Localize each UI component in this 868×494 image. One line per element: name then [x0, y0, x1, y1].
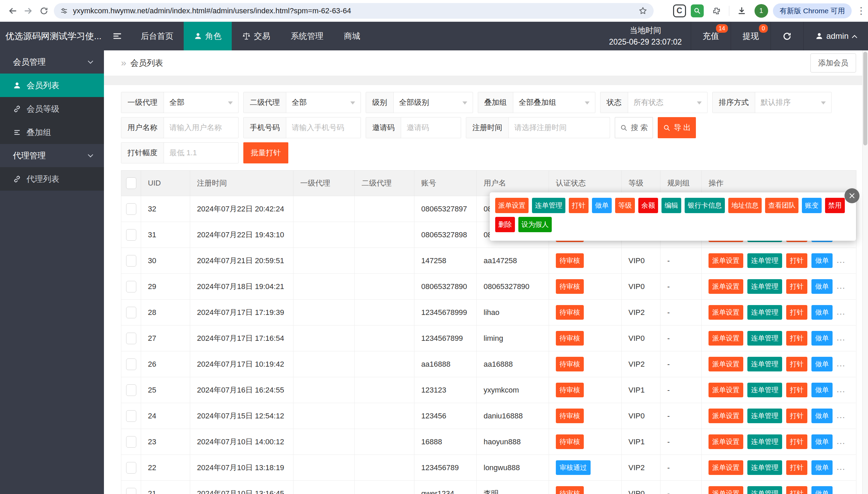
row-checkbox[interactable]	[126, 333, 136, 344]
batch-inject-button[interactable]: 批量打针	[243, 142, 288, 163]
popup-action-dispatch-settings[interactable]: 派单设置	[495, 198, 529, 213]
action-inject[interactable]: 打针	[786, 279, 807, 294]
sidebar-item-agent-list[interactable]: 代理列表	[0, 167, 104, 191]
more-actions[interactable]: ...	[837, 462, 846, 472]
action-make-order[interactable]: 做单	[811, 434, 833, 449]
filter-select-value[interactable]: 所有状态	[628, 92, 707, 113]
action-chain-order-management[interactable]: 连单管理	[747, 434, 782, 449]
action-chain-order-management[interactable]: 连单管理	[747, 331, 782, 346]
close-icon[interactable]	[844, 188, 859, 203]
more-actions[interactable]: ...	[837, 255, 846, 265]
menu-kebab-icon[interactable]: ⋮	[856, 5, 863, 16]
more-actions[interactable]: ...	[837, 281, 846, 290]
reload-icon[interactable]	[36, 3, 52, 19]
popup-action-delete[interactable]: 删除	[495, 217, 515, 232]
action-make-order[interactable]: 做单	[811, 253, 833, 268]
more-actions[interactable]: ...	[837, 333, 846, 342]
more-actions[interactable]: ...	[837, 385, 846, 394]
action-make-order[interactable]: 做单	[811, 357, 833, 371]
row-checkbox[interactable]	[126, 488, 136, 494]
action-dispatch-settings[interactable]: 派单设置	[709, 279, 743, 294]
action-make-order[interactable]: 做单	[811, 409, 833, 423]
action-dispatch-settings[interactable]: 派单设置	[709, 434, 743, 449]
url-text[interactable]: yxymkcom.hwymw.net/admin/index.html#/adm…	[73, 6, 638, 15]
filter-select-value[interactable]: 全部叠加组	[513, 92, 595, 113]
sidebar-group-1[interactable]: 代理管理	[0, 144, 104, 167]
topnav-item-system[interactable]: 系统管理	[280, 22, 334, 50]
action-inject[interactable]: 打针	[786, 409, 807, 423]
popup-action-level[interactable]: 等级	[615, 198, 635, 213]
popup-action-balance[interactable]: 余额	[638, 198, 658, 213]
action-chain-order-management[interactable]: 连单管理	[747, 279, 782, 294]
action-make-order[interactable]: 做单	[811, 279, 833, 294]
bookmark-star-icon[interactable]	[638, 6, 648, 15]
action-dispatch-settings[interactable]: 派单设置	[709, 383, 743, 397]
recharge-button[interactable]: 充值 14	[691, 22, 731, 50]
action-chain-order-management[interactable]: 连单管理	[747, 383, 782, 397]
site-settings-icon[interactable]	[60, 7, 68, 15]
popup-action-bank-card-info[interactable]: 银行卡信息	[685, 198, 725, 213]
row-checkbox[interactable]	[126, 281, 136, 292]
inject-amplitude-input[interactable]	[164, 143, 238, 163]
url-bar[interactable]: yxymkcom.hwymw.net/admin/index.html#/adm…	[54, 3, 654, 19]
more-actions[interactable]: ...	[837, 307, 846, 316]
chrome-update-button[interactable]: 有新版 Chrome 可用	[773, 3, 852, 18]
popup-action-account-change[interactable]: 账变	[802, 198, 822, 213]
filter-select-value[interactable]: 全部	[164, 92, 238, 113]
forward-icon[interactable]	[20, 3, 36, 19]
topnav-item-dashboard[interactable]: 后台首页	[131, 22, 184, 50]
row-checkbox[interactable]	[126, 358, 136, 370]
scrollbar-thumb[interactable]	[863, 52, 867, 145]
page-scrollbar[interactable]	[862, 50, 868, 494]
back-icon[interactable]	[5, 3, 20, 19]
topnav-item-mall[interactable]: 商城	[334, 22, 370, 50]
sidebar-group-0[interactable]: 会员管理	[0, 50, 104, 74]
action-make-order[interactable]: 做单	[811, 486, 833, 494]
search-button[interactable]: 搜 索	[615, 117, 653, 138]
sidebar-item-stack-group[interactable]: 叠加组	[0, 121, 104, 144]
action-dispatch-settings[interactable]: 派单设置	[709, 486, 743, 494]
action-chain-order-management[interactable]: 连单管理	[747, 357, 782, 371]
action-chain-order-management[interactable]: 连单管理	[747, 486, 782, 494]
phone-input[interactable]	[286, 117, 361, 138]
export-button[interactable]: 导 出	[658, 117, 696, 138]
row-checkbox[interactable]	[126, 203, 136, 215]
topnav-item-trade[interactable]: 交易	[232, 22, 280, 50]
more-actions[interactable]: ...	[837, 411, 846, 420]
row-checkbox[interactable]	[126, 229, 136, 241]
register-time-input[interactable]	[509, 117, 610, 138]
popup-action-edit[interactable]: 编辑	[661, 198, 681, 213]
action-make-order[interactable]: 做单	[811, 460, 833, 475]
action-make-order[interactable]: 做单	[811, 331, 833, 346]
profile-avatar[interactable]: 1	[755, 4, 768, 18]
action-inject[interactable]: 打针	[786, 305, 807, 320]
action-inject[interactable]: 打针	[786, 357, 807, 371]
row-checkbox[interactable]	[126, 307, 136, 318]
action-make-order[interactable]: 做单	[811, 305, 833, 320]
action-chain-order-management[interactable]: 连单管理	[747, 305, 782, 320]
extension-c-icon[interactable]: C	[673, 4, 686, 17]
sidebar-item-member-list[interactable]: 会员列表	[0, 74, 104, 97]
action-inject[interactable]: 打针	[786, 383, 807, 397]
invite-code-input[interactable]	[401, 117, 461, 138]
popup-action-view-team[interactable]: 查看团队	[765, 198, 798, 213]
action-inject[interactable]: 打针	[786, 331, 807, 346]
add-member-button[interactable]: 添加会员	[810, 53, 856, 73]
admin-menu[interactable]: admin	[803, 22, 868, 50]
filter-select-value[interactable]: 全部	[286, 92, 361, 113]
popup-action-address-info[interactable]: 地址信息	[728, 198, 762, 213]
action-inject[interactable]: 打针	[786, 253, 807, 268]
more-actions[interactable]: ...	[837, 436, 846, 446]
row-checkbox[interactable]	[126, 384, 136, 396]
filter-select-value[interactable]: 默认排序	[755, 92, 831, 113]
popup-action-make-order[interactable]: 做单	[592, 198, 612, 213]
action-make-order[interactable]: 做单	[811, 383, 833, 397]
action-inject[interactable]: 打针	[786, 434, 807, 449]
action-dispatch-settings[interactable]: 派单设置	[709, 460, 743, 475]
username-input[interactable]	[164, 117, 238, 138]
more-actions[interactable]: ...	[837, 488, 846, 494]
topnav-item-roles[interactable]: 角色	[184, 22, 232, 50]
extension-search-icon[interactable]	[691, 4, 704, 17]
collapse-menu-icon[interactable]	[104, 22, 131, 50]
popup-action-chain-order-management[interactable]: 连单管理	[532, 198, 565, 213]
